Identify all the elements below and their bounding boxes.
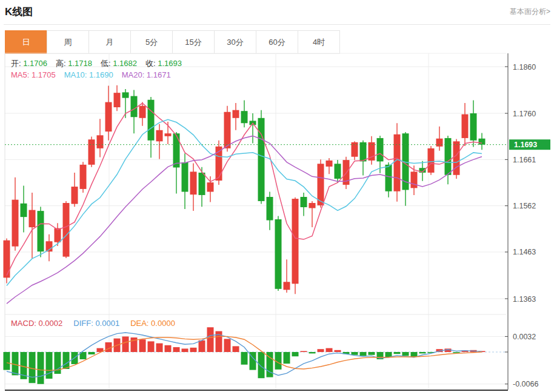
candle-body	[55, 228, 61, 242]
candle-body	[411, 171, 418, 188]
macd-bar	[207, 327, 214, 352]
macd-bar	[402, 352, 409, 356]
candle-body	[445, 138, 452, 175]
axis-tick-label: 1.1860	[513, 63, 536, 71]
candle-body	[462, 115, 469, 138]
candle-body	[258, 118, 265, 201]
candle-body	[63, 203, 70, 257]
axis-tick-label: 1.1363	[513, 295, 536, 304]
macd-bar	[318, 349, 324, 352]
macd-bar	[88, 352, 95, 354]
candle-body	[207, 182, 214, 191]
candle-body	[436, 139, 443, 147]
macd-bar	[233, 346, 239, 352]
candle-body	[131, 96, 138, 118]
macd-bar	[165, 345, 172, 352]
axis-tick-label: 0.0032	[513, 333, 536, 341]
candle-body	[385, 165, 392, 191]
macd-bar	[38, 352, 44, 384]
candle-body	[318, 164, 324, 205]
macd-bar	[292, 352, 299, 356]
axis-tick-label: 1.1661	[513, 156, 536, 164]
candle-body	[21, 204, 27, 217]
candle-body	[267, 197, 273, 221]
header-divider	[4, 24, 550, 25]
candle-body	[12, 200, 19, 247]
candle-body	[335, 164, 341, 179]
current-price-badge-label: 1.1693	[514, 141, 537, 149]
candle-body	[165, 133, 172, 136]
candle-body	[453, 141, 460, 174]
kline-app: K线图 基本面分析> 日周月5分15分30分60分4时 1.18601.1760…	[0, 0, 554, 392]
macd-bar	[335, 350, 341, 352]
macd-bar	[352, 352, 358, 355]
candle-body	[292, 199, 299, 284]
macd-bar	[29, 352, 36, 383]
macd-bar	[46, 352, 53, 379]
macd-bar	[224, 339, 231, 352]
macd-bar	[326, 348, 333, 352]
macd-bar	[199, 341, 205, 352]
candle-body	[38, 211, 44, 251]
candle-body	[301, 197, 307, 207]
macd-bar	[156, 344, 163, 352]
macd-bar	[4, 352, 10, 370]
candle-body	[97, 135, 104, 148]
axis-tick-label: 1.1562	[513, 202, 536, 210]
ma20-line	[7, 136, 482, 304]
macd-bar	[258, 352, 265, 378]
candle-body	[122, 92, 129, 98]
candle-body	[88, 139, 95, 165]
macd-bar	[419, 352, 426, 353]
macd-bar	[122, 336, 129, 352]
macd-bar	[394, 352, 401, 354]
candle-body	[309, 203, 316, 208]
macd-bar	[148, 341, 155, 352]
ma5-line	[7, 103, 482, 275]
axis-tick-label: -0.0066	[513, 380, 538, 388]
candle-body	[470, 113, 477, 141]
macd-bar	[284, 352, 290, 364]
candle-body	[377, 138, 384, 162]
macd-bar	[182, 348, 189, 352]
candle-body	[326, 161, 333, 167]
candle-body	[148, 100, 155, 141]
candle-body	[360, 142, 367, 162]
macd-bar	[360, 352, 367, 356]
macd-bar	[139, 339, 146, 352]
page-title: K线图	[5, 5, 33, 19]
fundamental-analysis-link[interactable]: 基本面分析>	[510, 7, 550, 17]
candle-body	[284, 282, 290, 290]
macd-hist-group	[4, 327, 486, 384]
candle-body	[80, 165, 87, 189]
candle-body	[156, 130, 163, 141]
candle-body	[72, 187, 78, 204]
candle-body	[173, 133, 180, 167]
kline-chart[interactable]: 1.18601.17601.16931.16611.15621.14631.13…	[0, 50, 554, 392]
candle-body	[190, 171, 197, 194]
macd-bar	[105, 342, 112, 352]
macd-bar	[241, 352, 248, 365]
candle-body	[105, 102, 112, 132]
candles-group	[4, 85, 486, 294]
candle-body	[182, 162, 189, 192]
candle-body	[479, 139, 486, 145]
macd-bar	[63, 352, 70, 369]
candle-body	[275, 219, 282, 289]
axis-tick-label: 1.1760	[513, 110, 536, 118]
candle-body	[224, 112, 231, 148]
macd-bar	[453, 352, 460, 353]
macd-bar	[385, 352, 392, 357]
grid-layer	[5, 53, 506, 390]
candle-body	[241, 111, 248, 123]
macd-bar	[190, 348, 197, 352]
axis-tick-label: 1.1463	[513, 248, 536, 256]
candle-body	[394, 135, 401, 191]
macd-bar	[301, 351, 307, 352]
macd-bar	[411, 352, 418, 357]
macd-bar	[173, 347, 180, 352]
candle-body	[428, 148, 435, 173]
candle-body	[4, 241, 10, 278]
candle-body	[199, 173, 205, 195]
macd-bar	[369, 352, 375, 355]
